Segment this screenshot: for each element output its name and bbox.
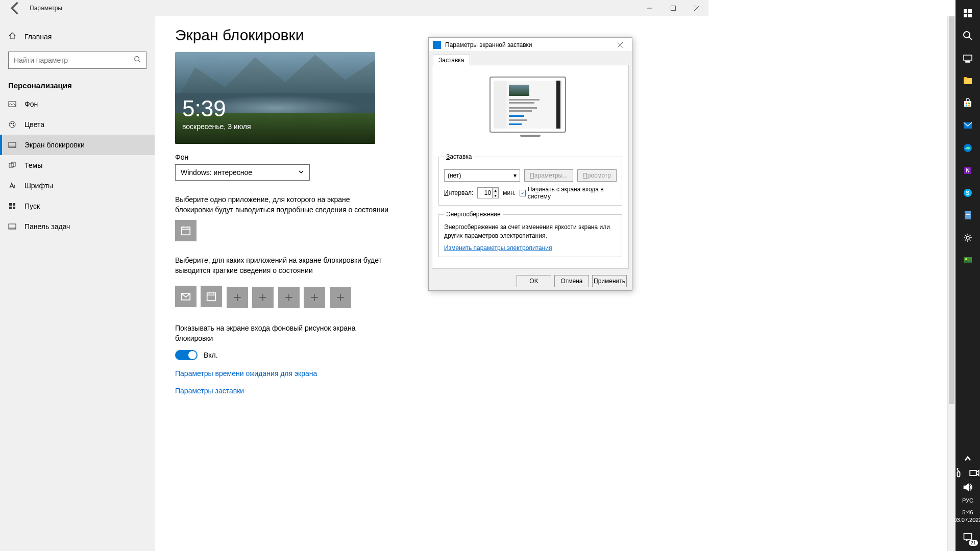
back-button[interactable] (6, 0, 24, 16)
nav-colors[interactable]: Цвета (0, 114, 155, 135)
nav-lockscreen[interactable]: Экран блокировки (0, 135, 155, 155)
ok-button[interactable]: OK (517, 275, 551, 287)
background-dropdown[interactable]: Windows: интересное (175, 164, 310, 181)
svg-rect-63 (965, 211, 971, 219)
svg-rect-26 (207, 293, 216, 301)
combo-value: (нет) (448, 172, 461, 179)
dialog-tab[interactable]: Заставка (433, 55, 470, 65)
resume-checkbox[interactable]: ✓ Начинать с экрана входа в систему (520, 186, 617, 200)
brief-app-tile-add[interactable] (330, 287, 351, 308)
chevron-down-icon (298, 168, 304, 177)
svg-rect-49 (966, 61, 970, 62)
start-icon (8, 202, 17, 210)
taskbar-clock[interactable]: 5:46 03.07.2022 (953, 507, 980, 525)
taskbar: N S РУС 5:46 03.07.2022 (955, 0, 980, 551)
dialog-titlebar: Параметры экранной заставки (429, 38, 632, 52)
taskbar-store[interactable] (955, 92, 980, 114)
taskbar-mail[interactable] (955, 114, 980, 137)
taskbar-skype[interactable]: S (955, 182, 980, 204)
svg-rect-54 (968, 103, 970, 104)
nav-start[interactable]: Пуск (0, 196, 155, 216)
nav-taskbar[interactable]: Панель задач (0, 216, 155, 237)
nav-label: Панель задач (24, 222, 70, 231)
nav-themes[interactable]: Темы (0, 155, 155, 176)
brief-app-tile-add[interactable] (252, 287, 274, 308)
cancel-button[interactable]: Отмена (554, 275, 589, 287)
taskbar-date: 03.07.2022 (953, 516, 980, 523)
interval-label: Интервал: (444, 189, 473, 196)
link-screen-timeout[interactable]: Параметры времени ожидания для экрана (175, 369, 688, 378)
interval-spinner[interactable]: ▲▼ (477, 187, 499, 198)
detailed-app-tile[interactable] (175, 220, 197, 241)
search-box[interactable] (8, 52, 146, 69)
brief-app-tile-mail[interactable] (175, 286, 197, 307)
scrollbar[interactable] (947, 16, 955, 551)
taskbar-show-hidden[interactable] (955, 452, 980, 466)
taskbar-onenote[interactable]: N (955, 159, 980, 182)
svg-rect-65 (966, 214, 970, 215)
spin-up[interactable]: ▲ (493, 188, 498, 193)
picture-icon (8, 100, 17, 108)
maximize-button[interactable] (662, 0, 685, 16)
brief-app-tile-add[interactable] (304, 287, 325, 308)
search-icon (134, 56, 141, 65)
themes-icon (8, 161, 17, 169)
link-screensaver-settings[interactable]: Параметры заставки (175, 387, 688, 395)
fonts-icon (8, 182, 17, 190)
svg-rect-56 (968, 105, 970, 106)
minimize-button[interactable] (638, 0, 662, 16)
taskbar-explorer[interactable] (955, 69, 980, 92)
nav-fonts[interactable]: Шрифты (0, 176, 155, 196)
svg-point-9 (13, 123, 14, 124)
power-settings-link[interactable]: Изменить параметры электропитания (444, 244, 552, 252)
dialog-title: Параметры экранной заставки (445, 41, 532, 48)
svg-point-8 (11, 123, 12, 124)
dialog-close-button[interactable] (612, 39, 628, 51)
taskbar-app-notepad[interactable] (955, 204, 980, 227)
brief-app-tile-add[interactable] (227, 287, 248, 308)
taskbar-settings[interactable] (955, 227, 980, 249)
taskbar-app-photos[interactable] (955, 249, 980, 271)
apply-button[interactable]: Применить (592, 275, 627, 287)
svg-rect-6 (9, 102, 16, 107)
svg-rect-70 (958, 472, 960, 477)
search-input[interactable] (14, 56, 134, 64)
scrollbar-thumb[interactable] (949, 16, 954, 404)
svg-rect-72 (964, 534, 972, 539)
svg-rect-44 (964, 14, 967, 17)
dialog-icon (433, 41, 441, 49)
titlebar: Параметры (0, 0, 708, 16)
close-button[interactable] (685, 0, 708, 16)
taskbar-volume[interactable] (955, 480, 980, 494)
toggle-desc: Показывать на экране входа фоновый рисун… (175, 323, 389, 343)
brief-app-tile-add[interactable] (278, 287, 300, 308)
signin-bg-toggle[interactable] (175, 350, 198, 360)
svg-rect-43 (968, 9, 972, 13)
spin-down[interactable]: ▼ (493, 193, 498, 198)
start-button[interactable] (955, 2, 980, 24)
brief-app-tile-calendar[interactable] (201, 286, 222, 307)
taskbar-edge[interactable] (955, 137, 980, 159)
svg-line-47 (969, 37, 972, 40)
svg-point-69 (965, 258, 967, 260)
nav-background[interactable]: Фон (0, 94, 155, 114)
brief-status-label: Выберите, для каких приложений на экране… (175, 256, 389, 276)
svg-point-7 (9, 121, 15, 128)
nav-label: Пуск (24, 202, 40, 210)
chevron-down-icon: ▾ (513, 172, 517, 179)
screensaver-combo[interactable]: (нет) ▾ (444, 169, 520, 182)
params-button: Параметры... (524, 169, 573, 182)
toggle-value: Вкл. (204, 351, 218, 359)
taskbar-search[interactable] (955, 24, 980, 47)
svg-line-5 (139, 61, 141, 63)
taskbar-taskview[interactable] (955, 47, 980, 69)
interval-input[interactable] (478, 188, 492, 198)
screensaver-preview-monitor (489, 77, 571, 143)
home-link[interactable]: Главная (0, 27, 155, 46)
taskbar-language[interactable]: РУС (962, 494, 973, 507)
svg-text:N: N (966, 168, 969, 173)
svg-rect-48 (964, 55, 972, 60)
taskbar-notifications[interactable] (955, 525, 980, 548)
taskbar-meet-now[interactable] (955, 466, 980, 480)
group-label: Заставка (444, 153, 474, 160)
